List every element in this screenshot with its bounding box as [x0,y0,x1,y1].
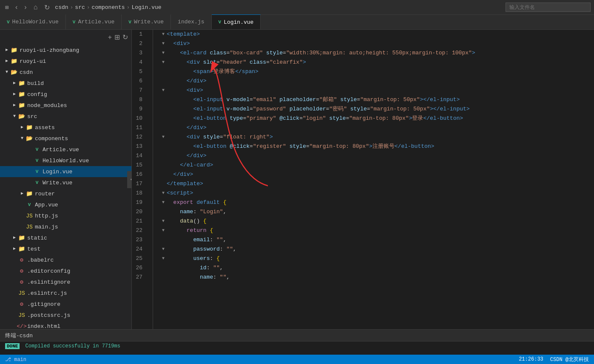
tab-article[interactable]: V Article.vue [66,14,122,29]
fold-indicator[interactable]: ▼ [160,245,167,254]
tab-login[interactable]: V Login.vue [212,14,261,29]
line-number: 18 [132,189,146,198]
folder-icon: 📁 [26,124,33,131]
folder-icon: 📁 [26,190,33,197]
line-number: 7 [132,86,146,95]
sidebar-label: http.js [35,213,58,219]
sidebar-item-node-modules[interactable]: ▶ 📁 node_modules [0,100,131,111]
sidebar-item-index-html[interactable]: </> index.html [0,321,131,329]
sidebar-item-build[interactable]: ▶ 📁 build [0,78,131,89]
folder-icon: 📁 [18,245,26,252]
sidebar-item-components[interactable]: ▼ 📂 components [0,133,131,144]
no-arrow [11,312,18,319]
sidebar-item-write-vue[interactable]: V Write.vue [0,177,131,188]
status-brand: CSDN @北芡科技 [550,356,589,363]
sidebar-item-helloworld-vue[interactable]: V HelloWorld.vue [0,155,131,166]
folder-arrow: ▶ [11,234,18,241]
sidebar-label: test [27,246,40,252]
sidebar-item-article-vue[interactable]: V Article.vue [0,144,131,155]
sidebar-item-assets[interactable]: ▶ 📁 assets [0,122,131,133]
sidebar-item-babelrc[interactable]: ⚙ .babelrc [0,254,131,265]
sidebar-item-csdn[interactable]: ▼ 📂 csdn [0,67,131,78]
sidebar-item-test[interactable]: ▶ 📁 test [0,243,131,254]
sidebar-item-router[interactable]: ▶ 📁 router [0,188,131,199]
sidebar-label: ruoyi-ui [20,58,46,65]
nav-home-button[interactable]: ⌂ [32,3,40,12]
sidebar-item-src[interactable]: ▼ 📂 src [0,111,131,122]
nav-forward-button[interactable]: › [23,3,28,12]
line-number: 24 [132,245,146,254]
nav-refresh-button[interactable]: ↻ [43,3,51,12]
fold-indicator[interactable]: ▼ [160,39,167,48]
sidebar-item-editorconfig[interactable]: ⚙ .editorconfig [0,265,131,277]
js-file-icon: JS [26,212,33,219]
code-line-24: ▼ password: "", [160,245,594,254]
fold-indicator[interactable]: ▼ [160,217,167,226]
tab-helloworld[interactable]: V HelloWorld.vue [0,14,66,29]
sidebar-item-postcssrc[interactable]: JS .postcssrc.js [0,310,131,321]
sidebar-label: static [27,235,47,241]
sidebar-item-config[interactable]: ▶ 📁 config [0,89,131,100]
main-area: + ⊞ ↻ ▶ 📁 ruoyi-ui-zhongbang ▶ 📁 ruoyi-u… [0,30,594,329]
sidebar-item-main-js[interactable]: JS main.js [0,221,131,232]
line-number: 15 [132,161,146,170]
folder-arrow: ▶ [11,80,18,87]
sidebar-item-ruoyi-zhongbang[interactable]: ▶ 📁 ruoyi-ui-zhongbang [0,45,131,56]
sidebar-item-gitignore[interactable]: ⚙ .gitignore [0,299,131,310]
sidebar-collapse-button[interactable]: ‹ [127,171,132,188]
sidebar-label: build [27,80,44,87]
breadcrumb-login[interactable]: Login.vue [131,4,161,11]
code-line-14: </div> [160,151,594,161]
nav-back-button[interactable]: ‹ [14,3,19,12]
line-number: 10 [132,114,146,123]
sidebar-item-app-vue[interactable]: V App.vue [0,199,131,210]
folder-arrow: ▶ [11,102,18,109]
fold-indicator[interactable]: ▼ [160,254,167,263]
status-right: 21:26:33 CSDN @北芡科技 [519,356,589,363]
line-number: 1 [132,30,146,39]
new-file-button[interactable]: + [108,34,112,41]
sidebar-label: assets [35,124,55,131]
fold-indicator[interactable]: ▼ [160,226,167,235]
line-number: 21 [132,217,146,226]
fold-indicator[interactable]: ▼ [160,198,167,207]
sidebar-item-eslintignore[interactable]: ⚙ .eslintignore [0,277,131,288]
no-arrow [26,168,33,175]
fold-indicator[interactable]: ▼ [160,58,167,67]
sidebar-item-http-js[interactable]: JS http.js [0,210,131,221]
fold-indicator[interactable]: ▼ [160,133,167,142]
breadcrumb-components[interactable]: components [92,4,125,11]
line-numbers: 1 2 3 4 5 6 7 8 9 10 11 12 13 14 15 16 1… [132,30,153,329]
sidebar-item-static[interactable]: ▶ 📁 static [0,232,131,243]
code-line-3: ▼ <el-card class="box-card" style="width… [160,48,594,58]
sidebar-label: App.vue [35,202,58,208]
code-line-6: </div> [160,76,594,86]
terminal-message: Compiled successfully in 7719ms [26,343,120,349]
fold-indicator[interactable]: ▼ [160,189,167,198]
line-number: 26 [132,263,146,273]
sidebar-label: node_modules [27,102,67,109]
tab-write[interactable]: V Write.vue [122,14,171,29]
new-folder-button[interactable]: ⊞ [114,33,120,41]
tab-indexjs[interactable]: index.js [171,14,211,29]
line-number: 14 [132,151,146,161]
refresh-button[interactable]: ↻ [122,33,128,41]
terminal-tab-label[interactable]: 终端-csdn [5,332,33,339]
fold-indicator[interactable]: ▼ [160,30,167,39]
code-line-22: ▼ return { [160,226,594,235]
sidebar-item-ruoyi-ui[interactable]: ▶ 📁 ruoyi-ui [0,56,131,67]
fold-indicator[interactable]: ▼ [160,48,167,58]
folder-arrow: ▼ [3,69,10,76]
breadcrumb-csdn[interactable]: csdn [55,4,68,11]
editor-area[interactable]: 1 2 3 4 5 6 7 8 9 10 11 12 13 14 15 16 1… [132,30,594,329]
sidebar-item-eslintrc[interactable]: JS .eslintrc.js [0,288,131,299]
file-search-input[interactable] [506,3,591,12]
sidebar-item-login-vue[interactable]: V Login.vue [0,166,131,177]
no-arrow [11,290,18,296]
line-number: 16 [132,170,146,179]
breadcrumb-src[interactable]: src [75,4,85,11]
sidebar-label: config [27,91,47,98]
folder-arrow: ▶ [19,190,26,197]
sidebar-label: components [35,135,68,142]
fold-indicator[interactable]: ▼ [160,86,167,95]
